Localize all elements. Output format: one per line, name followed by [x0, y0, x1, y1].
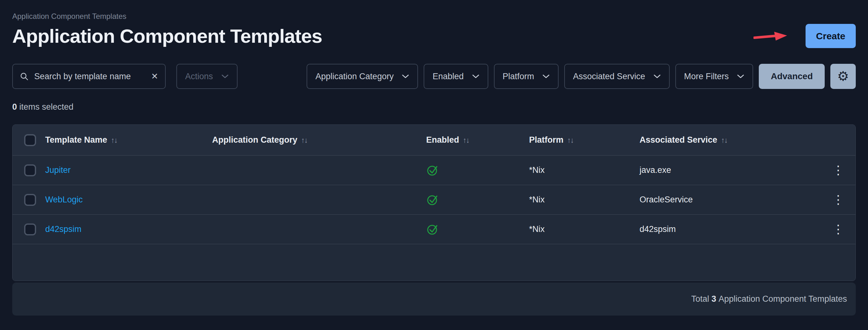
enabled-cell	[426, 164, 529, 176]
filter-label: More Filters	[684, 72, 729, 81]
selection-count: 0	[12, 102, 17, 112]
filter-more-filters[interactable]: More Filters	[675, 64, 753, 89]
filter-application-category[interactable]: Application Category	[307, 64, 418, 89]
column-header-template-name[interactable]: Template Name ↑↓	[45, 135, 212, 145]
selection-status: 0 items selected	[12, 102, 856, 112]
selection-label: items selected	[20, 102, 74, 112]
sort-icon[interactable]: ↑↓	[301, 136, 308, 144]
table-header-row: Template Name ↑↓ Application Category ↑↓…	[12, 125, 856, 155]
enabled-cell	[426, 223, 529, 236]
select-all-checkbox[interactable]	[24, 134, 36, 146]
enabled-check-icon	[426, 164, 439, 176]
platform-cell: *Nix	[529, 224, 640, 234]
row-checkbox[interactable]	[24, 164, 36, 176]
table-empty-space	[12, 244, 856, 281]
advanced-button[interactable]: Advanced	[759, 64, 825, 89]
filter-platform[interactable]: Platform	[494, 64, 559, 89]
settings-button[interactable]: ⚙	[830, 64, 856, 89]
search-box[interactable]: ✕	[12, 64, 166, 89]
search-input[interactable]	[34, 72, 145, 81]
enabled-check-icon	[426, 223, 439, 236]
platform-cell: *Nix	[529, 195, 640, 204]
table-row: Jupiter *Nix java.exe ⋮	[12, 155, 856, 185]
sort-icon[interactable]: ↑↓	[721, 136, 727, 144]
actions-dropdown-label: Actions	[185, 72, 213, 81]
associated-service-cell: java.exe	[640, 165, 821, 175]
row-checkbox[interactable]	[24, 223, 36, 236]
sort-icon[interactable]: ↑↓	[111, 136, 117, 144]
gear-icon: ⚙	[837, 70, 849, 83]
total-prefix: Total	[691, 294, 709, 304]
left-controls: ✕ Actions	[12, 64, 238, 89]
template-name-link[interactable]: Jupiter	[45, 165, 71, 175]
column-label: Platform	[529, 135, 564, 145]
filter-associated-service[interactable]: Associated Service	[564, 64, 670, 89]
filter-label: Enabled	[432, 72, 464, 81]
template-name-link[interactable]: d42spsim	[45, 224, 82, 234]
column-label: Application Category	[212, 135, 298, 145]
associated-service-cell: OracleService	[640, 195, 821, 204]
templates-table: Template Name ↑↓ Application Category ↑↓…	[12, 125, 856, 281]
platform-cell: *Nix	[529, 165, 640, 175]
red-arrow-annotation-icon	[753, 31, 788, 42]
breadcrumb: Application Component Templates	[12, 0, 856, 21]
title-row: Application Component Templates Create	[12, 24, 856, 48]
right-controls: Application Category Enabled Platform As…	[307, 64, 856, 89]
total-count: 3	[711, 294, 716, 304]
row-actions-kebab-icon[interactable]: ⋮	[832, 224, 844, 235]
row-actions-kebab-icon[interactable]: ⋮	[832, 194, 844, 205]
row-checkbox[interactable]	[24, 194, 36, 206]
chevron-down-icon	[542, 74, 550, 79]
table-row: d42spsim *Nix d42spsim ⋮	[12, 214, 856, 244]
actions-dropdown[interactable]: Actions	[176, 64, 238, 89]
filter-enabled[interactable]: Enabled	[424, 64, 488, 89]
associated-service-cell: d42spsim	[640, 224, 821, 234]
search-icon	[20, 72, 29, 81]
filter-label: Application Category	[315, 72, 394, 81]
controls-row: ✕ Actions Application Category Enabled P…	[12, 64, 856, 89]
column-header-associated-service[interactable]: Associated Service ↑↓	[640, 135, 821, 145]
title-right-group: Create	[753, 24, 856, 48]
total-text: Total 3 Application Component Templates	[691, 294, 847, 304]
chevron-down-icon	[653, 74, 661, 79]
sort-icon[interactable]: ↑↓	[567, 136, 574, 144]
column-label: Enabled	[426, 135, 459, 145]
total-suffix: Application Component Templates	[719, 294, 847, 304]
filter-label: Associated Service	[573, 72, 645, 81]
chevron-down-icon	[221, 74, 229, 79]
clear-search-icon[interactable]: ✕	[151, 72, 158, 81]
create-button[interactable]: Create	[806, 24, 856, 48]
enabled-check-icon	[426, 194, 439, 206]
enabled-cell	[426, 194, 529, 206]
chevron-down-icon	[402, 74, 409, 79]
filter-label: Platform	[503, 72, 534, 81]
table-row: WebLogic *Nix OracleService ⋮	[12, 185, 856, 214]
column-header-enabled[interactable]: Enabled ↑↓	[426, 135, 529, 145]
chevron-down-icon	[737, 74, 744, 79]
column-header-platform[interactable]: Platform ↑↓	[529, 135, 640, 145]
column-label: Associated Service	[640, 135, 717, 145]
template-name-link[interactable]: WebLogic	[45, 195, 83, 204]
sort-icon[interactable]: ↑↓	[463, 136, 469, 144]
header-checkbox-cell	[12, 134, 45, 146]
page-title: Application Component Templates	[12, 25, 322, 47]
chevron-down-icon	[472, 74, 479, 79]
column-header-application-category[interactable]: Application Category ↑↓	[212, 135, 426, 145]
row-actions-kebab-icon[interactable]: ⋮	[832, 165, 844, 175]
table-footer: Total 3 Application Component Templates	[12, 282, 856, 315]
column-label: Template Name	[45, 135, 107, 145]
